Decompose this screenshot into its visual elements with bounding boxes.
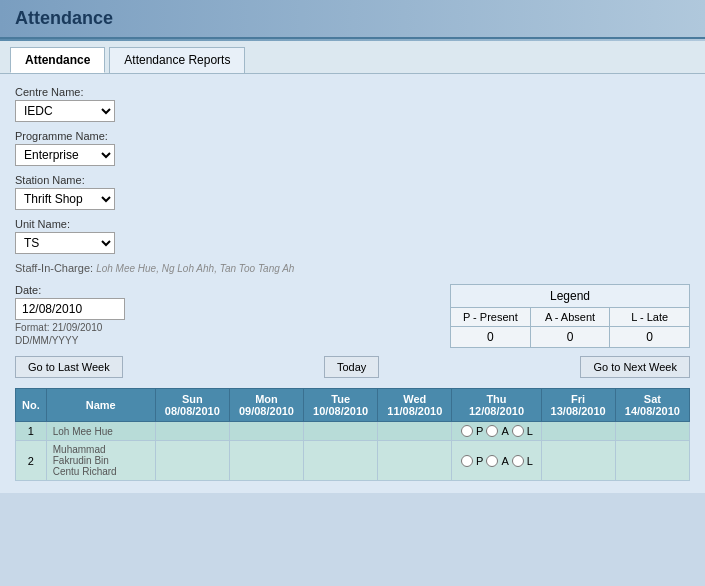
row1-name: Loh Mee Hue [46,422,155,441]
row1-thu-absent-radio[interactable] [486,425,498,437]
date-section: Date: Format: 21/09/2010 DD/MM/YYYY [15,284,450,346]
row1-thu-present-radio[interactable] [461,425,473,437]
station-select[interactable]: Thrift Shop [15,188,115,210]
legend-headers: P - Present A - Absent L - Late [451,308,689,327]
row2-sun [155,441,229,481]
row1-thu: P A L [452,422,541,441]
date-format2: DD/MM/YYYY [15,335,450,346]
table-row: 2 MuhammadFakrudin BinCentu Richard P A … [16,441,690,481]
date-label: Date: [15,284,450,296]
tab-attendance-reports[interactable]: Attendance Reports [109,47,245,73]
legend-present-val: 0 [451,327,531,347]
row2-thu-present-radio[interactable] [461,455,473,467]
col-thu: Thu 12/08/2010 [452,389,541,422]
legend-values: 0 0 0 [451,327,689,347]
last-week-button[interactable]: Go to Last Week [15,356,123,378]
col-mon: Mon 09/08/2010 [229,389,303,422]
table-header-row: No. Name Sun 08/08/2010 Mon 09/08/2010 T… [16,389,690,422]
tab-attendance[interactable]: Attendance [10,47,105,73]
row1-sat [615,422,689,441]
row2-thu-absent-radio[interactable] [486,455,498,467]
legend-late: L - Late [610,308,689,326]
row2-sat [615,441,689,481]
col-fri: Fri 13/08/2010 [541,389,615,422]
row1-mon [229,422,303,441]
programme-select[interactable]: Enterprise [15,144,115,166]
centre-label: Centre Name: [15,86,690,98]
row1-thu-radio-group: P A L [456,425,536,437]
nav-row: Go to Last Week Today Go to Next Week [15,356,690,378]
station-label: Station Name: [15,174,690,186]
legend-late-val: 0 [610,327,689,347]
staff-row: Staff-In-Charge: Loh Mee Hue, Ng Loh Ahh… [15,262,690,274]
page-header: Attendance [0,0,705,39]
legend-absent: A - Absent [531,308,611,326]
row1-sun [155,422,229,441]
row2-fri [541,441,615,481]
attendance-table: No. Name Sun 08/08/2010 Mon 09/08/2010 T… [15,388,690,481]
next-week-button[interactable]: Go to Next Week [580,356,690,378]
row2-mon [229,441,303,481]
row1-thu-late-radio[interactable] [512,425,524,437]
centre-row: Centre Name: IEDC [15,86,690,122]
legend-title: Legend [451,285,689,308]
row2-thu-late-radio[interactable] [512,455,524,467]
row2-thu-radio-group: P A L [456,455,536,467]
legend-absent-val: 0 [531,327,611,347]
row2-no: 2 [16,441,47,481]
row1-no: 1 [16,422,47,441]
main-content: Centre Name: IEDC Programme Name: Enterp… [0,74,705,493]
today-button[interactable]: Today [324,356,379,378]
col-no: No. [16,389,47,422]
centre-select[interactable]: IEDC [15,100,115,122]
unit-row: Unit Name: TS [15,218,690,254]
date-legend-row: Date: Format: 21/09/2010 DD/MM/YYYY Lege… [15,284,690,348]
page-title: Attendance [15,8,113,28]
row2-thu: P A L [452,441,541,481]
col-name: Name [46,389,155,422]
staff-label: Staff-In-Charge: [15,262,93,274]
station-row: Station Name: Thrift Shop [15,174,690,210]
staff-value: Loh Mee Hue, Ng Loh Ahh, Tan Too Tang Ah [96,263,294,274]
row2-wed [378,441,452,481]
row2-tue [304,441,378,481]
unit-label: Unit Name: [15,218,690,230]
programme-row: Programme Name: Enterprise [15,130,690,166]
legend-section: Legend P - Present A - Absent L - Late 0… [450,284,690,348]
row1-tue [304,422,378,441]
col-tue: Tue 10/08/2010 [304,389,378,422]
col-sat: Sat 14/08/2010 [615,389,689,422]
date-input[interactable] [15,298,125,320]
date-format1: Format: 21/09/2010 [15,322,450,333]
col-sun: Sun 08/08/2010 [155,389,229,422]
col-wed: Wed 11/08/2010 [378,389,452,422]
programme-label: Programme Name: [15,130,690,142]
row2-name: MuhammadFakrudin BinCentu Richard [46,441,155,481]
unit-select[interactable]: TS [15,232,115,254]
row1-fri [541,422,615,441]
legend-present: P - Present [451,308,531,326]
row1-wed [378,422,452,441]
table-row: 1 Loh Mee Hue P A L [16,422,690,441]
tab-bar: Attendance Attendance Reports [0,41,705,74]
